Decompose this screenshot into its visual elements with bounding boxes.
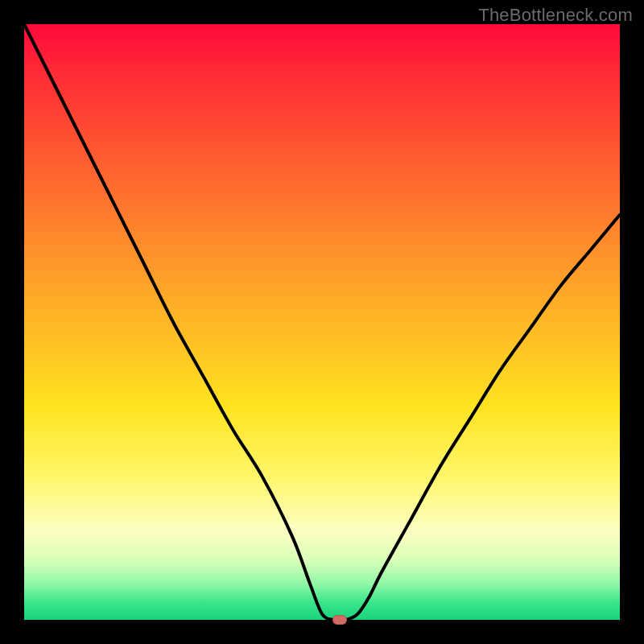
- optimal-point-marker: [332, 615, 347, 625]
- plot-area: [24, 24, 620, 620]
- chart-frame: TheBottleneck.com: [0, 0, 644, 644]
- watermark-text: TheBottleneck.com: [478, 5, 633, 26]
- bottleneck-curve: [24, 24, 620, 620]
